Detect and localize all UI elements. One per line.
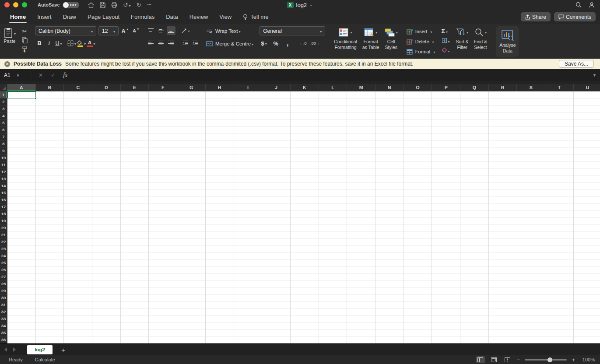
formula-input[interactable] <box>71 69 593 81</box>
title-caret-icon[interactable] <box>309 2 313 8</box>
row-header-26[interactable]: 26 <box>0 266 7 273</box>
row-header-29[interactable]: 29 <box>0 287 7 294</box>
cancel-entry-button[interactable] <box>39 72 43 78</box>
format-as-table-button[interactable]: Formatas Table <box>360 26 382 57</box>
comments-button[interactable]: Comments <box>554 12 596 21</box>
fill-handle[interactable] <box>35 97 37 99</box>
column-header-L[interactable]: L <box>319 84 347 91</box>
align-bottom-button[interactable] <box>167 26 175 35</box>
insert-function-button[interactable]: fx <box>63 72 67 79</box>
align-right-button[interactable] <box>167 38 175 47</box>
row-header-3[interactable]: 3 <box>0 105 7 112</box>
sort-filter-button[interactable]: Sort &Filter <box>453 26 471 57</box>
tab-insert[interactable]: Insert <box>37 10 52 24</box>
row-header-12[interactable]: 12 <box>0 168 7 175</box>
decrease-indent-button[interactable] <box>181 38 190 47</box>
page-layout-view-button[interactable] <box>490 356 498 363</box>
tab-page-layout[interactable]: Page Layout <box>88 10 119 24</box>
row-header-25[interactable]: 25 <box>0 259 7 266</box>
column-header-A[interactable]: A <box>7 84 36 91</box>
row-header-5[interactable]: 5 <box>0 119 7 126</box>
row-header-31[interactable]: 31 <box>0 301 7 308</box>
tab-home[interactable]: Home <box>10 10 26 24</box>
underline-caret-icon[interactable] <box>60 40 62 46</box>
zoom-out-button[interactable]: − <box>517 357 520 363</box>
underline-button[interactable]: U <box>54 39 63 48</box>
cell-styles-button[interactable]: CellStyles <box>382 26 400 57</box>
name-box[interactable]: A1 ▲▼ <box>0 72 27 78</box>
italic-button[interactable]: I <box>45 39 53 48</box>
minimize-window-button[interactable] <box>13 2 18 7</box>
tab-data[interactable]: Data <box>166 10 178 24</box>
delete-cells-button[interactable]: Delete <box>407 37 435 46</box>
row-header-27[interactable]: 27 <box>0 273 7 280</box>
column-header-F[interactable]: F <box>149 84 177 91</box>
wrap-text-button[interactable]: Wrap Text <box>206 27 240 35</box>
save-as-button[interactable]: Save As... <box>559 60 594 68</box>
row-header-11[interactable]: 11 <box>0 161 7 168</box>
clear-button[interactable] <box>442 46 450 55</box>
orientation-caret-icon[interactable] <box>187 28 190 34</box>
column-header-R[interactable]: R <box>489 84 517 91</box>
print-button[interactable] <box>111 2 117 8</box>
wrap-text-caret-icon[interactable] <box>238 28 240 34</box>
column-header-Q[interactable]: Q <box>460 84 489 91</box>
align-middle-button[interactable] <box>157 26 165 35</box>
row-header-7[interactable]: 7 <box>0 133 7 140</box>
increase-decimal-button[interactable]: ←.0 <box>298 39 307 48</box>
fill-color-caret-icon[interactable] <box>83 40 86 46</box>
borders-button[interactable] <box>67 39 76 48</box>
next-sheet-button[interactable] <box>13 347 16 352</box>
find-select-button[interactable]: Find &Select <box>471 26 490 57</box>
row-header-36[interactable]: 36 <box>0 336 7 343</box>
row-header-9[interactable]: 9 <box>0 147 7 154</box>
cut-button[interactable]: ✂ <box>20 27 29 35</box>
row-header-23[interactable]: 23 <box>0 245 7 252</box>
column-header-M[interactable]: M <box>347 84 375 91</box>
row-header-16[interactable]: 16 <box>0 196 7 203</box>
column-header-B[interactable]: B <box>36 84 64 91</box>
tab-tell-me[interactable]: Tell me <box>243 10 268 24</box>
borders-caret-icon[interactable] <box>74 40 76 46</box>
autosave-toggle[interactable]: OFF <box>63 2 79 8</box>
format-painter-button[interactable] <box>20 46 29 53</box>
paste-button[interactable]: Paste <box>4 26 16 44</box>
row-header-18[interactable]: 18 <box>0 210 7 217</box>
zoom-window-button[interactable] <box>22 2 27 7</box>
number-format-select[interactable]: General <box>260 26 325 35</box>
column-header-O[interactable]: O <box>404 84 432 91</box>
font-color-button[interactable]: A <box>87 39 95 48</box>
row-header-2[interactable]: 2 <box>0 98 7 105</box>
column-header-D[interactable]: D <box>92 84 121 91</box>
row-header-14[interactable]: 14 <box>0 182 7 189</box>
conditional-formatting-button[interactable]: ConditionalFormatting <box>331 26 360 57</box>
previous-sheet-button[interactable] <box>4 347 7 352</box>
search-button[interactable] <box>575 2 582 8</box>
row-header-17[interactable]: 17 <box>0 203 7 210</box>
zoom-slider[interactable] <box>525 359 567 360</box>
row-header-28[interactable]: 28 <box>0 280 7 287</box>
autosum-button[interactable]: Σ <box>442 26 450 35</box>
tab-review[interactable]: Review <box>189 10 208 24</box>
column-header-U[interactable]: U <box>574 84 600 91</box>
redo-button[interactable]: ↻ <box>137 2 142 8</box>
column-header-G[interactable]: G <box>177 84 206 91</box>
row-header-8[interactable]: 8 <box>0 140 7 147</box>
select-all-corner[interactable] <box>0 84 7 91</box>
row-header-33[interactable]: 33 <box>0 315 7 322</box>
paste-caret-icon[interactable] <box>13 29 16 37</box>
row-header-15[interactable]: 15 <box>0 189 7 196</box>
merge-centre-caret-icon[interactable] <box>251 41 253 47</box>
copy-button[interactable] <box>20 36 29 44</box>
insert-cells-button[interactable]: Insert <box>407 27 435 36</box>
column-header-T[interactable]: T <box>545 84 574 91</box>
row-header-30[interactable]: 30 <box>0 294 7 301</box>
row-header-4[interactable]: 4 <box>0 112 7 119</box>
grid-cells[interactable] <box>7 91 600 343</box>
page-break-view-button[interactable] <box>503 356 512 363</box>
row-header-10[interactable]: 10 <box>0 154 7 161</box>
name-box-stepper[interactable]: ▲▼ <box>17 74 19 77</box>
format-cells-button[interactable]: Format <box>407 47 435 56</box>
account-button[interactable] <box>589 2 595 8</box>
column-header-H[interactable]: H <box>206 84 234 91</box>
